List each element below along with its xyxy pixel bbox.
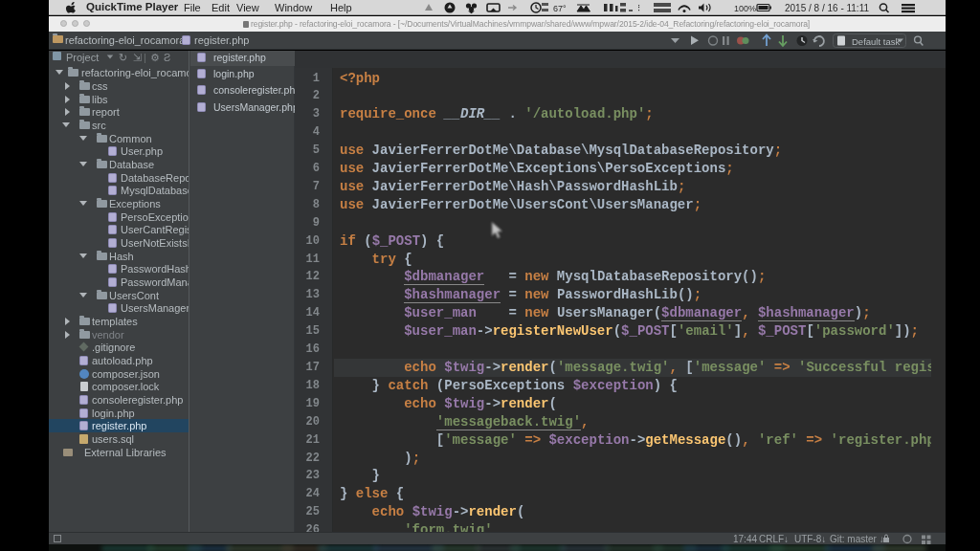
svg-text:67°: 67° (553, 4, 567, 13)
svg-text:⁝: ⁝ (637, 3, 640, 13)
svg-text:2015 / 8 / 16 - 11:11: 2015 / 8 / 16 - 11:11 (785, 3, 869, 13)
svg-text:100%: 100% (734, 4, 756, 13)
